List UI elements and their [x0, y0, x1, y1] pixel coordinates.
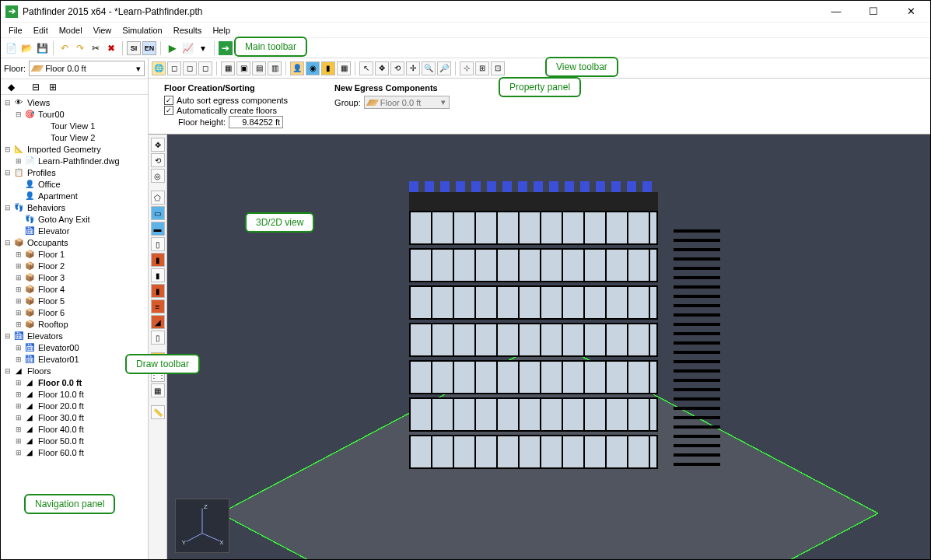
menu-results[interactable]: Results — [169, 24, 207, 37]
wall-icon[interactable]: ▯ — [151, 237, 165, 251]
tree-row[interactable]: ⊞◢Floor 60.0 ft — [1, 446, 148, 458]
textured-icon[interactable]: ▥ — [268, 61, 282, 75]
select-box-icon[interactable]: ⊡ — [491, 61, 505, 75]
tree-row[interactable]: Tour View 1 — [1, 120, 148, 131]
zoom-in-icon[interactable]: 🔍 — [422, 61, 436, 75]
chart-icon[interactable]: 📈 — [180, 41, 194, 55]
scale-tool-icon[interactable]: ◎ — [151, 169, 165, 183]
tree-row[interactable]: ⊟👁Views — [1, 96, 148, 108]
nav-tree[interactable]: ⊟👁Views⊟🎯Tour00Tour View 1Tour View 2⊟📐I… — [1, 95, 148, 560]
tree-row[interactable]: ⊞📦Rooftop — [1, 318, 148, 330]
expand-icon[interactable]: ⊞ — [15, 379, 23, 387]
expand-icon[interactable]: ⊞ — [15, 285, 23, 293]
en-units-button[interactable]: EN — [142, 41, 156, 55]
expand-icon[interactable]: ⊞ — [15, 355, 23, 363]
expand-icon[interactable]: ⊞ — [15, 309, 23, 317]
poly-room-icon[interactable]: ⬠ — [151, 191, 165, 205]
axes-gizmo[interactable]: Z X Y — [175, 499, 229, 553]
expand-icon[interactable]: ⊞ — [15, 250, 23, 258]
tree-row[interactable]: ⊞📦Floor 2 — [1, 260, 148, 271]
close-button[interactable]: ✕ — [899, 4, 922, 19]
tree-row[interactable]: Tour View 2 — [1, 131, 148, 143]
tree-row[interactable]: ⊟🎯Tour00 — [1, 108, 148, 120]
orbit-icon[interactable]: 🌐 — [152, 61, 166, 75]
door-tool-icon[interactable]: ▮ — [151, 268, 165, 282]
zoom-out-icon[interactable]: 🔎 — [437, 61, 451, 75]
view-top-icon[interactable]: ◻ — [167, 61, 181, 75]
tree-row[interactable]: ⊞◢Floor 0.0 ft — [1, 376, 148, 388]
view-front-icon[interactable]: ◻ — [183, 61, 197, 75]
cut-icon[interactable]: ✂ — [89, 41, 103, 55]
select-all-icon[interactable]: ⊞ — [475, 61, 489, 75]
pointer-icon[interactable]: ↖ — [359, 61, 373, 75]
solid-icon[interactable]: ▣ — [236, 61, 250, 75]
tree-row[interactable]: 👤Apartment — [1, 190, 148, 201]
tree-row[interactable]: ⊞◢Floor 40.0 ft — [1, 423, 148, 435]
expand-icon[interactable]: ⊟ — [4, 169, 12, 177]
nav-tool-icon[interactable]: ◆ — [4, 80, 18, 94]
dropdown-icon[interactable]: ▾ — [196, 41, 210, 55]
auto-create-checkbox[interactable]: ✓ — [164, 106, 173, 115]
expand-icon[interactable]: ⊞ — [15, 437, 23, 445]
view-side-icon[interactable]: ◻ — [198, 61, 212, 75]
expand-icon[interactable]: ⊞ — [15, 414, 23, 422]
move-icon[interactable]: ✢ — [406, 61, 420, 75]
expand-icon[interactable]: ⊟ — [4, 204, 12, 212]
exit-tool-icon[interactable]: ▮ — [151, 284, 165, 298]
pan-icon[interactable]: ✥ — [375, 61, 389, 75]
occupant-area-icon[interactable]: ▦ — [151, 383, 165, 397]
expand-icon[interactable]: ⊟ — [15, 110, 23, 118]
maximize-button[interactable]: ☐ — [862, 4, 885, 19]
tree-row[interactable]: ⊞◢Floor 10.0 ft — [1, 388, 148, 400]
expand-icon[interactable]: ⊞ — [46, 80, 60, 94]
tree-row[interactable]: ⊞◢Floor 30.0 ft — [1, 411, 148, 423]
shaded-icon[interactable]: ▤ — [252, 61, 266, 75]
menu-view[interactable]: View — [89, 24, 117, 37]
tree-row[interactable]: ⊞📦Floor 5 — [1, 295, 148, 306]
expand-icon[interactable]: ⊟ — [4, 145, 12, 153]
expand-icon[interactable]: ⊞ — [15, 157, 23, 165]
expand-icon[interactable]: ⊟ — [4, 367, 12, 375]
minimize-button[interactable]: — — [824, 4, 848, 19]
expand-icon[interactable]: ⊞ — [15, 274, 23, 282]
expand-icon[interactable]: ⊟ — [4, 239, 12, 247]
collapse-icon[interactable]: ⊟ — [29, 80, 43, 94]
door-icon[interactable]: ▮ — [321, 61, 335, 75]
auto-sort-checkbox[interactable]: ✓ — [164, 96, 173, 105]
run-icon[interactable]: ▶ — [165, 41, 179, 55]
expand-icon[interactable]: ⊞ — [15, 449, 23, 457]
tree-row[interactable]: ⊞📄Learn-Pathfinder.dwg — [1, 155, 148, 166]
menu-file[interactable]: File — [4, 24, 27, 37]
menu-help[interactable]: Help — [208, 24, 235, 37]
wireframe-icon[interactable]: ▦ — [221, 61, 235, 75]
new-icon[interactable]: 📄 — [4, 41, 18, 55]
tree-row[interactable]: ⊞◢Floor 50.0 ft — [1, 435, 148, 446]
tree-row[interactable]: 👣Goto Any Exit — [1, 213, 148, 225]
expand-icon[interactable]: ⊞ — [15, 390, 23, 398]
rect-room-icon[interactable]: ▭ — [151, 206, 165, 220]
floor-select[interactable]: Floor 0.0 ft ▾ — [29, 61, 145, 76]
expand-icon[interactable]: ⊟ — [4, 332, 12, 340]
tree-row[interactable]: ⊞📦Floor 1 — [1, 248, 148, 260]
rotate-tool-icon[interactable]: ⟲ — [151, 153, 165, 167]
rotate-icon[interactable]: ⟲ — [390, 61, 404, 75]
tree-row[interactable]: ⊞🛗Elevator00 — [1, 341, 148, 353]
tree-row[interactable]: ⊞📦Floor 4 — [1, 283, 148, 295]
menu-model[interactable]: Model — [54, 24, 87, 37]
tree-row[interactable]: ⊞📦Floor 6 — [1, 306, 148, 318]
tree-row[interactable]: ⊞📦Floor 3 — [1, 271, 148, 283]
expand-icon[interactable]: ⊞ — [15, 425, 23, 433]
tree-row[interactable]: 👤Office — [1, 178, 148, 190]
mesh-icon[interactable]: ◉ — [306, 61, 320, 75]
ramp-tool-icon[interactable]: ◢ — [151, 315, 165, 329]
grid-icon[interactable]: ▦ — [337, 61, 351, 75]
tree-row[interactable]: 🛗Elevator — [1, 225, 148, 236]
snap-icon[interactable]: ⊹ — [460, 61, 474, 75]
move-tool-icon[interactable]: ✥ — [151, 138, 165, 152]
measure-icon[interactable]: 📏 — [151, 405, 165, 419]
tree-row[interactable]: ⊟📐Imported Geometry — [1, 143, 148, 155]
thin-wall-icon[interactable]: ▮ — [151, 253, 165, 267]
expand-icon[interactable]: ⊞ — [15, 262, 23, 270]
tree-row[interactable]: ⊟🛗Elevators — [1, 330, 148, 341]
expand-icon[interactable]: ⊞ — [15, 402, 23, 410]
